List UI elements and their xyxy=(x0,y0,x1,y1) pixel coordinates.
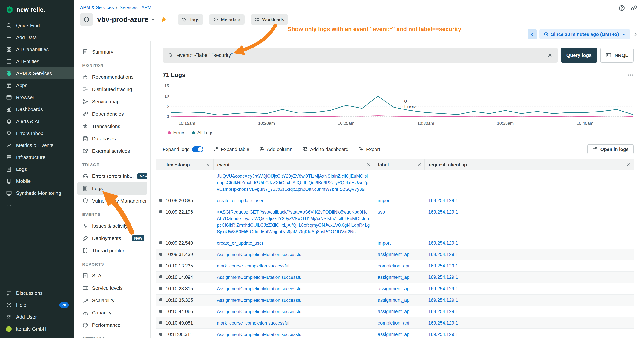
log-row[interactable]: 10:10:44.066AssignmentCompletionMutation… xyxy=(156,306,634,317)
subnav-item-performance[interactable]: Performance xyxy=(77,319,147,331)
sidebar-item-synthetic-monitoring[interactable]: Synthetic Monitoring xyxy=(0,187,74,199)
subnav-item-transactions[interactable]: Transactions xyxy=(77,120,147,133)
subnav-item-logs[interactable]: Logs xyxy=(77,182,147,195)
label-link[interactable]: assignment_api xyxy=(378,274,410,280)
log-row[interactable]: 10:10:35.305AssignmentCompletionMutation… xyxy=(156,294,634,306)
ip-link[interactable]: 169.254.129.1 xyxy=(428,252,458,257)
subnav-item-capacity[interactable]: Capacity xyxy=(77,306,147,319)
subnav-item-scalability[interactable]: Scalability xyxy=(77,294,147,306)
label-link[interactable]: assignment_api xyxy=(378,332,410,337)
clear-search-icon[interactable] xyxy=(547,53,552,58)
event-link[interactable]: AssignmentCompletionMutation successful xyxy=(217,275,302,280)
legend-all-logs[interactable]: All Logs xyxy=(192,130,213,135)
ip-link[interactable]: 169.254.129.1 xyxy=(428,274,458,280)
label-link[interactable]: import xyxy=(378,240,391,245)
subnav-item-service-levels[interactable]: Service levels xyxy=(77,282,147,294)
sidebar-item-alerts-ai[interactable]: Alerts & AI xyxy=(0,115,74,127)
subnav-item-recommendations[interactable]: Recommendations xyxy=(77,71,147,83)
log-row[interactable]: 10:10:13.235mark_course_completion succe… xyxy=(156,260,634,272)
subnav-item-thread-profiler[interactable]: Thread profiler xyxy=(77,244,147,257)
time-back-button[interactable] xyxy=(528,29,537,39)
sidebar-footer-help[interactable]: Help70 xyxy=(0,299,74,311)
subnav-item-errors-errors-inb[interactable]: Errors (errors inb...New xyxy=(77,170,147,182)
entity-name[interactable]: vbv-prod-azure xyxy=(97,16,148,24)
log-row[interactable]: 10:09:20.895create_or_update_userimport1… xyxy=(156,195,634,206)
log-row[interactable]: 10:10:14.094AssignmentCompletionMutation… xyxy=(156,272,634,283)
sidebar-footer-discussions[interactable]: Discussions xyxy=(0,287,74,299)
sidebar-item-infrastructure[interactable]: Infrastructure xyxy=(0,151,74,163)
nrql-button[interactable]: NRQL xyxy=(600,48,634,63)
subnav-item-external-services[interactable]: External services xyxy=(77,145,147,157)
copy-link-icon[interactable] xyxy=(630,5,637,12)
event-link[interactable]: <ASGIRequest: GET '/sso/callback/?state=… xyxy=(217,209,370,234)
subnav-item-deployments[interactable]: DeploymentsNew xyxy=(77,232,147,244)
subnav-item-summary[interactable]: Summary xyxy=(77,46,147,58)
log-row[interactable]: 10:10:49.051mark_course_completion succe… xyxy=(156,317,634,329)
export-button[interactable]: Export xyxy=(358,147,380,152)
more-menu-icon[interactable] xyxy=(628,72,634,78)
ip-link[interactable]: 169.254.129.1 xyxy=(428,209,458,214)
time-picker[interactable]: Since 30 minutes ago (GMT+2) xyxy=(540,29,630,39)
event-link[interactable]: create_or_update_user xyxy=(217,198,263,203)
subnav-item-dependencies[interactable]: Dependencies xyxy=(77,108,147,120)
sidebar-item-add-data[interactable]: Add Data xyxy=(0,32,74,44)
breadcrumb-link-apm-services[interactable]: APM & Services xyxy=(80,5,114,10)
favorite-star-icon[interactable] xyxy=(160,16,167,23)
log-row[interactable]: 10:10:23.815AssignmentCompletionMutation… xyxy=(156,283,634,294)
label-link[interactable]: sso xyxy=(378,209,385,214)
legend-errors[interactable]: Errors xyxy=(168,130,185,135)
log-row[interactable]: 10:11:00.311AssignmentCompletionMutation… xyxy=(156,329,634,338)
ip-link[interactable]: 169.254.129.1 xyxy=(428,198,458,203)
event-link[interactable]: mark_course_completion successful xyxy=(217,263,289,268)
help-circle-icon[interactable] xyxy=(618,5,625,12)
label-link[interactable]: assignment_api xyxy=(378,286,410,291)
subnav-item-vulnerability-management[interactable]: Vulnerability Management xyxy=(77,195,147,207)
sidebar-item-apps[interactable]: Apps xyxy=(0,79,74,91)
sidebar-footer-iterativ-gmbh[interactable]: Iterativ GmbH xyxy=(0,323,74,335)
label-link[interactable]: assignment_api xyxy=(378,297,410,303)
sidebar-item-errors-inbox[interactable]: Errors Inbox xyxy=(0,127,74,139)
breadcrumb-link-services-apm[interactable]: Services - APM xyxy=(120,5,152,10)
event-link[interactable]: mark_course_completion successful xyxy=(217,320,289,325)
ip-link[interactable]: 169.254.129.1 xyxy=(428,286,458,291)
expand-table-button[interactable]: Expand table xyxy=(213,147,249,152)
brand-logo[interactable]: new relic. xyxy=(0,0,74,20)
sidebar-item-apm-services[interactable]: APM & Services xyxy=(0,67,74,79)
subnav-item-service-map[interactable]: Service map xyxy=(77,96,147,108)
sidebar-item-more[interactable] xyxy=(0,199,74,211)
event-link[interactable]: AssignmentCompletionMutation successful xyxy=(217,286,302,291)
remove-column-label-icon[interactable] xyxy=(417,162,422,167)
ip-link[interactable]: 169.254.129.1 xyxy=(428,240,458,245)
ip-link[interactable]: 169.254.129.1 xyxy=(428,309,458,314)
subnav-item-databases[interactable]: Databases xyxy=(77,133,147,145)
sidebar-item-all-entities[interactable]: All Entities xyxy=(0,55,74,67)
label-link[interactable]: assignment_api xyxy=(378,252,410,257)
sidebar-footer-add-user[interactable]: Add User xyxy=(0,311,74,323)
log-row[interactable]: 10:09:22.540create_or_update_userimport1… xyxy=(156,237,634,249)
ip-link[interactable]: 169.254.129.1 xyxy=(428,332,458,337)
workloads-button[interactable]: Workloads xyxy=(250,15,288,25)
add-column-button[interactable]: Add column xyxy=(259,147,292,152)
label-link[interactable]: completion_api xyxy=(378,320,409,325)
sidebar-item-browser[interactable]: Browser xyxy=(0,91,74,103)
sidebar-item-logs[interactable]: Logs xyxy=(0,163,74,175)
open-in-logs-button[interactable]: Open in logs xyxy=(587,144,634,154)
ip-link[interactable]: 169.254.129.1 xyxy=(428,263,458,268)
subnav-item-sla[interactable]: SLA xyxy=(77,269,147,282)
event-link[interactable]: JUQVU&code=eyJraWQiOiJjcGltY29yZV8wOTl1M… xyxy=(217,173,368,192)
label-link[interactable]: completion_api xyxy=(378,263,409,268)
add-to-dashboard-button[interactable]: Add to dashboard xyxy=(302,147,348,152)
event-link[interactable]: create_or_update_user xyxy=(217,240,263,245)
log-row[interactable]: JUQVU&code=eyJraWQiOiJjcGltY29yZV8wOTl1M… xyxy=(156,170,634,195)
ip-link[interactable]: 169.254.129.1 xyxy=(428,320,458,325)
expand-logs-toggle[interactable] xyxy=(192,146,203,152)
sidebar-item-quick-find[interactable]: Quick Find xyxy=(0,20,74,32)
logs-search-input[interactable] xyxy=(177,52,544,58)
metadata-button[interactable]: Metadata xyxy=(209,15,244,25)
subnav-item-distributed-tracing[interactable]: Distributed tracing xyxy=(77,83,147,96)
logs-search-box[interactable] xyxy=(163,48,558,63)
log-row[interactable]: 10:09:31.439AssignmentCompletionMutation… xyxy=(156,249,634,260)
query-logs-button[interactable]: Query logs xyxy=(561,48,598,63)
label-link[interactable]: import xyxy=(378,198,391,203)
remove-column-event-icon[interactable] xyxy=(366,162,371,167)
